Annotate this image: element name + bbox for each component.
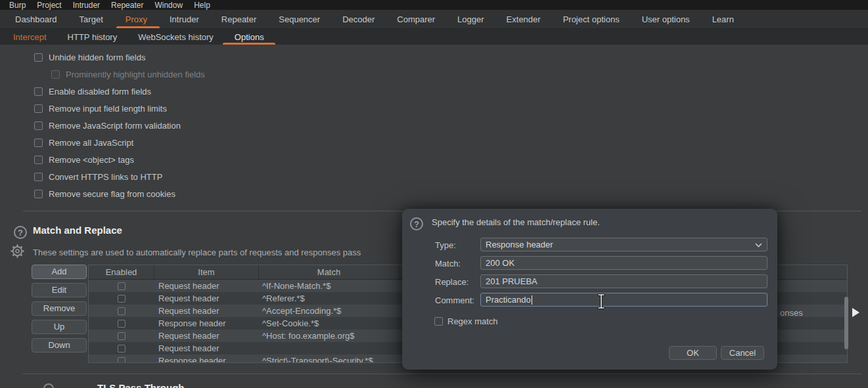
menu-bar: Burp Project Intruder Repeater Window He…: [0, 0, 868, 10]
tab-proxy[interactable]: Proxy: [126, 10, 147, 28]
triangle-right-icon[interactable]: [852, 308, 859, 317]
match-input-value: 200 OK: [486, 258, 514, 268]
cell-item: Request header: [154, 331, 259, 341]
tab-repeater[interactable]: Repeater: [221, 10, 256, 28]
tab-user-options[interactable]: User options: [642, 10, 690, 28]
regex-match-checkbox[interactable]: [434, 317, 443, 326]
cell-item: Response header: [154, 318, 259, 328]
checkbox-unhide-hidden-fields[interactable]: [34, 53, 43, 62]
add-button[interactable]: Add: [32, 265, 87, 279]
subtab-websockets-history[interactable]: WebSockets history: [138, 29, 214, 45]
checkbox-row: Remove all JavaScript: [34, 137, 133, 148]
checkbox-row: Remove JavaScript form validation: [34, 120, 181, 131]
column-header-match[interactable]: Match: [259, 265, 400, 279]
checkbox-remove-secure-flag[interactable]: [34, 190, 43, 198]
edit-button[interactable]: Edit: [32, 283, 87, 297]
tab-sequencer[interactable]: Sequencer: [279, 10, 320, 28]
checkbox-row: Remove <object> tags: [34, 154, 134, 165]
subtab-options[interactable]: Options: [235, 29, 264, 45]
cell-match: ^Set-Cookie.*$: [259, 318, 319, 328]
menu-help[interactable]: Help: [194, 1, 210, 10]
checkbox-row: Remove input field length limits: [34, 103, 167, 114]
checkbox-label: Remove all JavaScript: [49, 138, 133, 148]
menu-project[interactable]: Project: [37, 1, 61, 10]
down-button[interactable]: Down: [32, 338, 87, 353]
up-button[interactable]: Up: [32, 320, 87, 334]
match-input[interactable]: 200 OK: [480, 256, 767, 270]
checkbox-highlight-unhidden-fields: [51, 70, 60, 79]
tab-logger[interactable]: Logger: [457, 10, 484, 28]
comment-label: Comment:: [435, 295, 474, 305]
column-header-enabled[interactable]: Enabled: [89, 265, 154, 279]
match-label: Match:: [435, 259, 461, 269]
checkbox-row: Convert HTTPS links to HTTP: [34, 171, 162, 182]
cell-match: ^Accept-Encoding.*$: [259, 306, 341, 316]
row-enabled-checkbox[interactable]: [118, 332, 126, 340]
section-description: These settings are used to automatically…: [33, 248, 361, 257]
vertical-scrollbar-thumb[interactable]: [844, 297, 848, 349]
section-divider: [23, 374, 861, 374]
burp-suite-window: Burp Project Intruder Repeater Window He…: [0, 0, 868, 388]
checkbox-label: Convert HTTPS links to HTTP: [49, 172, 162, 182]
cancel-button[interactable]: Cancel: [721, 346, 764, 360]
cell-match: ^Host: foo.example.org$: [259, 331, 355, 341]
cell-match: ^Strict\-Transport\-Security.*$: [259, 356, 373, 363]
subtab-http-history[interactable]: HTTP history: [68, 29, 118, 45]
replace-label: Replace:: [435, 277, 468, 287]
menu-window[interactable]: Window: [154, 1, 183, 10]
checkbox-remove-length-limits[interactable]: [34, 104, 43, 113]
row-enabled-checkbox[interactable]: [118, 282, 126, 290]
section-title-match-and-replace: Match and Replace: [33, 225, 122, 236]
checkbox-remove-object-tags[interactable]: [34, 156, 43, 164]
tab-dashboard[interactable]: Dashboard: [15, 10, 57, 28]
checkbox-label: Enable disabled form fields: [49, 87, 151, 97]
gear-icon[interactable]: [10, 244, 25, 261]
help-icon[interactable]: ?: [14, 226, 27, 239]
cell-match: ^Referer.*$: [259, 293, 305, 303]
column-header-item[interactable]: Item: [154, 265, 259, 279]
row-enabled-checkbox[interactable]: [118, 295, 126, 303]
tab-extender[interactable]: Extender: [507, 10, 541, 28]
tab-decoder[interactable]: Decoder: [342, 10, 375, 28]
type-dropdown-value: Response header: [486, 240, 553, 249]
checkbox-convert-https-links[interactable]: [34, 173, 43, 181]
row-enabled-checkbox[interactable]: [118, 320, 126, 328]
dialog-title: Specify the details of the match/replace…: [432, 217, 600, 227]
text-caret: [532, 295, 532, 305]
ok-button[interactable]: OK: [669, 346, 717, 360]
checkbox-label: Remove input field length limits: [49, 104, 167, 114]
type-dropdown[interactable]: Response header: [480, 238, 767, 251]
checkbox-remove-all-js[interactable]: [34, 139, 43, 147]
menu-burp[interactable]: Burp: [9, 1, 26, 10]
checkbox-enable-disabled-fields[interactable]: [34, 87, 43, 96]
tab-intruder[interactable]: Intruder: [170, 10, 199, 28]
help-icon[interactable]: [43, 383, 54, 388]
cell-match: ^If-None-Match.*$: [259, 281, 331, 291]
menu-repeater[interactable]: Repeater: [111, 1, 143, 10]
menu-intruder[interactable]: Intruder: [73, 1, 100, 10]
row-enabled-checkbox[interactable]: [118, 345, 126, 353]
row-enabled-checkbox[interactable]: [118, 357, 126, 364]
tab-comparer[interactable]: Comparer: [397, 10, 435, 28]
text-ibeam-cursor: [597, 293, 606, 313]
comment-input-value: Practicando: [486, 295, 531, 305]
chevron-down-icon: [755, 240, 762, 249]
row-enabled-checkbox[interactable]: [118, 307, 126, 315]
tab-learn[interactable]: Learn: [712, 10, 734, 28]
checkbox-remove-js-validation[interactable]: [34, 121, 43, 130]
help-icon[interactable]: ?: [410, 217, 423, 230]
remove-button[interactable]: Remove: [32, 301, 87, 316]
checkbox-row: Unhide hidden form fields: [34, 52, 145, 62]
tab-target[interactable]: Target: [80, 10, 103, 28]
checkbox-row: Remove secure flag from cookies: [34, 188, 175, 199]
subtab-intercept[interactable]: Intercept: [13, 29, 47, 45]
checkbox-label: Remove JavaScript form validation: [49, 121, 181, 131]
type-label: Type:: [435, 240, 456, 250]
replace-input[interactable]: 201 PRUEBA: [480, 274, 767, 288]
checkbox-label: Remove <object> tags: [49, 155, 134, 165]
regex-match-row: Regex match: [434, 316, 498, 326]
tab-project-options[interactable]: Project options: [563, 10, 620, 28]
cell-comment-fragment: onses: [780, 308, 803, 318]
comment-input[interactable]: Practicando: [480, 293, 767, 307]
replace-input-value: 201 PRUEBA: [486, 276, 537, 286]
